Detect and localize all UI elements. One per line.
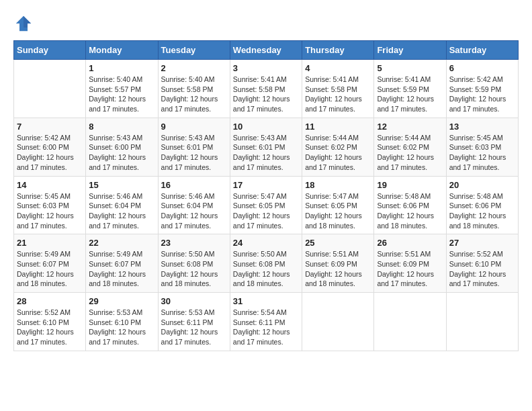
weekday-header-thursday: Thursday [302, 41, 374, 60]
calendar-cell: 19Sunrise: 5:48 AM Sunset: 6:06 PM Dayli… [374, 176, 446, 234]
weekday-header-wednesday: Wednesday [230, 41, 302, 60]
day-number: 4 [305, 63, 371, 73]
day-number: 11 [305, 122, 371, 132]
day-number: 23 [161, 238, 227, 248]
day-number: 14 [17, 180, 83, 190]
day-number: 12 [377, 122, 443, 132]
calendar-cell [302, 293, 374, 351]
day-number: 25 [305, 238, 371, 248]
day-number: 3 [233, 63, 299, 73]
calendar-week-row: 28Sunrise: 5:52 AM Sunset: 6:10 PM Dayli… [14, 293, 519, 351]
day-number: 5 [377, 63, 443, 73]
day-info: Sunrise: 5:42 AM Sunset: 6:00 PM Dayligh… [17, 133, 83, 173]
calendar-cell [446, 293, 518, 351]
day-number: 20 [449, 180, 515, 190]
day-number: 31 [233, 296, 299, 306]
calendar-cell [14, 60, 86, 118]
calendar-cell: 31Sunrise: 5:54 AM Sunset: 6:11 PM Dayli… [230, 293, 302, 351]
day-info: Sunrise: 5:47 AM Sunset: 6:05 PM Dayligh… [233, 191, 299, 231]
calendar-cell: 15Sunrise: 5:46 AM Sunset: 6:04 PM Dayli… [86, 176, 158, 234]
calendar-cell: 13Sunrise: 5:45 AM Sunset: 6:03 PM Dayli… [446, 118, 518, 176]
calendar-body: 1Sunrise: 5:40 AM Sunset: 5:57 PM Daylig… [14, 60, 519, 351]
day-info: Sunrise: 5:45 AM Sunset: 6:03 PM Dayligh… [449, 133, 515, 173]
calendar-cell: 3Sunrise: 5:41 AM Sunset: 5:58 PM Daylig… [230, 60, 302, 118]
calendar-cell: 27Sunrise: 5:52 AM Sunset: 6:10 PM Dayli… [446, 234, 518, 293]
weekday-header-tuesday: Tuesday [158, 41, 230, 60]
day-info: Sunrise: 5:49 AM Sunset: 6:07 PM Dayligh… [17, 249, 83, 289]
calendar-cell: 11Sunrise: 5:44 AM Sunset: 6:02 PM Dayli… [302, 118, 374, 176]
day-number: 30 [161, 296, 227, 306]
calendar-cell: 30Sunrise: 5:53 AM Sunset: 6:11 PM Dayli… [158, 293, 230, 351]
calendar-cell: 8Sunrise: 5:43 AM Sunset: 6:00 PM Daylig… [86, 118, 158, 176]
calendar-header: SundayMondayTuesdayWednesdayThursdayFrid… [14, 41, 519, 60]
calendar-cell: 20Sunrise: 5:48 AM Sunset: 6:06 PM Dayli… [446, 176, 518, 234]
calendar-cell: 14Sunrise: 5:45 AM Sunset: 6:03 PM Dayli… [14, 176, 86, 234]
day-number: 24 [233, 238, 299, 248]
day-info: Sunrise: 5:44 AM Sunset: 6:02 PM Dayligh… [305, 133, 371, 173]
page-header [13, 13, 519, 34]
calendar-cell: 1Sunrise: 5:40 AM Sunset: 5:57 PM Daylig… [86, 60, 158, 118]
weekday-header-friday: Friday [374, 41, 446, 60]
calendar-cell: 7Sunrise: 5:42 AM Sunset: 6:00 PM Daylig… [14, 118, 86, 176]
day-info: Sunrise: 5:51 AM Sunset: 6:09 PM Dayligh… [377, 249, 443, 289]
calendar-cell: 17Sunrise: 5:47 AM Sunset: 6:05 PM Dayli… [230, 176, 302, 234]
day-info: Sunrise: 5:43 AM Sunset: 6:01 PM Dayligh… [161, 133, 227, 173]
weekday-header-row: SundayMondayTuesdayWednesdayThursdayFrid… [14, 41, 519, 60]
day-info: Sunrise: 5:52 AM Sunset: 6:10 PM Dayligh… [449, 249, 515, 289]
calendar-cell [374, 293, 446, 351]
day-info: Sunrise: 5:42 AM Sunset: 5:59 PM Dayligh… [449, 75, 515, 114]
day-info: Sunrise: 5:43 AM Sunset: 6:00 PM Dayligh… [89, 133, 154, 173]
calendar-cell: 16Sunrise: 5:46 AM Sunset: 6:04 PM Dayli… [158, 176, 230, 234]
calendar-cell: 9Sunrise: 5:43 AM Sunset: 6:01 PM Daylig… [158, 118, 230, 176]
calendar-cell: 23Sunrise: 5:50 AM Sunset: 6:08 PM Dayli… [158, 234, 230, 293]
day-info: Sunrise: 5:46 AM Sunset: 6:04 PM Dayligh… [161, 191, 227, 231]
day-info: Sunrise: 5:41 AM Sunset: 5:58 PM Dayligh… [233, 75, 299, 114]
day-number: 17 [233, 180, 299, 190]
calendar-week-row: 1Sunrise: 5:40 AM Sunset: 5:57 PM Daylig… [14, 60, 519, 118]
day-info: Sunrise: 5:47 AM Sunset: 6:05 PM Dayligh… [305, 191, 371, 231]
day-number: 15 [89, 180, 154, 190]
day-info: Sunrise: 5:43 AM Sunset: 6:01 PM Dayligh… [233, 133, 299, 173]
day-info: Sunrise: 5:41 AM Sunset: 5:58 PM Dayligh… [305, 75, 371, 114]
calendar-week-row: 14Sunrise: 5:45 AM Sunset: 6:03 PM Dayli… [14, 176, 519, 234]
day-number: 21 [17, 238, 83, 248]
day-number: 2 [161, 63, 227, 73]
calendar-cell: 24Sunrise: 5:50 AM Sunset: 6:08 PM Dayli… [230, 234, 302, 293]
day-info: Sunrise: 5:54 AM Sunset: 6:11 PM Dayligh… [233, 308, 299, 347]
logo [13, 13, 36, 34]
day-number: 19 [377, 180, 443, 190]
day-info: Sunrise: 5:44 AM Sunset: 6:02 PM Dayligh… [377, 133, 443, 173]
calendar-cell: 4Sunrise: 5:41 AM Sunset: 5:58 PM Daylig… [302, 60, 374, 118]
calendar-cell: 5Sunrise: 5:41 AM Sunset: 5:59 PM Daylig… [374, 60, 446, 118]
day-number: 13 [449, 122, 515, 132]
day-number: 18 [305, 180, 371, 190]
day-number: 26 [377, 238, 443, 248]
day-info: Sunrise: 5:40 AM Sunset: 5:57 PM Dayligh… [89, 75, 154, 114]
weekday-header-monday: Monday [86, 41, 158, 60]
calendar-cell: 2Sunrise: 5:40 AM Sunset: 5:58 PM Daylig… [158, 60, 230, 118]
calendar-cell: 29Sunrise: 5:53 AM Sunset: 6:10 PM Dayli… [86, 293, 158, 351]
day-number: 9 [161, 122, 227, 132]
day-info: Sunrise: 5:51 AM Sunset: 6:09 PM Dayligh… [305, 249, 371, 289]
day-info: Sunrise: 5:49 AM Sunset: 6:07 PM Dayligh… [89, 249, 154, 289]
day-number: 8 [89, 122, 154, 132]
day-info: Sunrise: 5:53 AM Sunset: 6:11 PM Dayligh… [161, 308, 227, 347]
day-number: 27 [449, 238, 515, 248]
day-info: Sunrise: 5:41 AM Sunset: 5:59 PM Dayligh… [377, 75, 443, 114]
calendar-week-row: 7Sunrise: 5:42 AM Sunset: 6:00 PM Daylig… [14, 118, 519, 176]
day-number: 22 [89, 238, 154, 248]
calendar-cell: 25Sunrise: 5:51 AM Sunset: 6:09 PM Dayli… [302, 234, 374, 293]
day-number: 29 [89, 296, 154, 306]
day-info: Sunrise: 5:46 AM Sunset: 6:04 PM Dayligh… [89, 191, 154, 231]
day-number: 10 [233, 122, 299, 132]
day-number: 6 [449, 63, 515, 73]
day-number: 28 [17, 296, 83, 306]
day-info: Sunrise: 5:48 AM Sunset: 6:06 PM Dayligh… [449, 191, 515, 231]
calendar-cell: 6Sunrise: 5:42 AM Sunset: 5:59 PM Daylig… [446, 60, 518, 118]
day-number: 7 [17, 122, 83, 132]
day-info: Sunrise: 5:53 AM Sunset: 6:10 PM Dayligh… [89, 308, 154, 347]
weekday-header-sunday: Sunday [14, 41, 86, 60]
day-info: Sunrise: 5:50 AM Sunset: 6:08 PM Dayligh… [161, 249, 227, 289]
calendar-cell: 21Sunrise: 5:49 AM Sunset: 6:07 PM Dayli… [14, 234, 86, 293]
day-number: 16 [161, 180, 227, 190]
